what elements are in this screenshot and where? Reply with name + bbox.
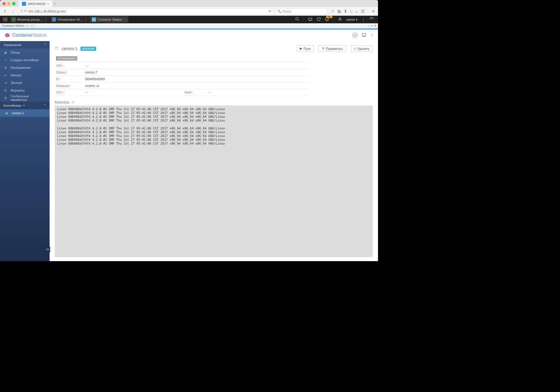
task-label: Монитор ресур… <box>17 18 43 21</box>
task-close-icon[interactable]: × <box>124 18 126 21</box>
svg-rect-2 <box>3 21 8 21</box>
traffic-maximize[interactable] <box>12 2 15 5</box>
task-container-station[interactable]: Container Station × <box>90 16 128 23</box>
detail-label: URL : <box>55 62 84 69</box>
user-menu[interactable]: admin ▾ <box>346 18 358 22</box>
sidebar-item-label: Глобальные параметры <box>10 94 46 101</box>
folder-icon <box>55 46 59 51</box>
docker-badge: DOCKER <box>80 47 96 51</box>
task-label: Container Station <box>97 18 122 21</box>
reader-icon[interactable]: ▥ <box>337 9 341 13</box>
svg-line-4 <box>298 20 299 21</box>
gear-icon: ⚙ <box>4 96 8 100</box>
traffic-minimize[interactable] <box>7 2 10 5</box>
app-title: Container Station <box>2 24 24 27</box>
os-taskbar: Монитор ресур… × Virtualization St… × Co… <box>0 16 378 23</box>
svg-rect-17 <box>55 47 58 49</box>
sidebar-item-create[interactable]: ＋ Создать контейнер <box>0 56 50 64</box>
delete-button[interactable]: × Удалить <box>351 45 373 52</box>
tab-close-icon[interactable]: × <box>47 2 49 6</box>
url-input[interactable]: ⓘ ⛉ 192.168.1.38:8080/cgi-bin/ ⟳ <box>18 8 273 15</box>
status-badge: Остановлено <box>56 56 77 61</box>
task-virtualization[interactable]: Virtualization St… × <box>50 16 89 23</box>
section-label: Контейнеры <box>4 104 22 107</box>
pocket-icon[interactable]: ⌄ <box>355 9 358 13</box>
task-close-icon[interactable]: × <box>85 18 87 21</box>
sidebar-item-overview[interactable]: ◉ Обзор <box>0 49 50 56</box>
start-button[interactable]: ▶ Пуск <box>297 45 314 52</box>
window-minimize-button[interactable]: − <box>368 24 369 27</box>
traffic-close[interactable] <box>2 2 6 5</box>
button-label: Пуск <box>304 47 311 50</box>
sidebar-section-containers[interactable]: Контейнеры ▾ ⌃ <box>0 102 50 109</box>
settings-button[interactable]: ✎ Параметры <box>318 45 346 52</box>
console-heading: Консоль ⤢ <box>55 100 373 104</box>
detail-value: - - <box>84 62 183 69</box>
search-input[interactable]: 🔍 Поиск <box>275 8 328 15</box>
new-tab-button[interactable]: + <box>54 1 56 6</box>
sync-icon[interactable] <box>316 17 321 22</box>
sidebar-section-manage[interactable]: Управление ⌃ <box>0 41 50 49</box>
task-monitor[interactable]: Монитор ресур… × <box>9 16 49 23</box>
nav-back-button[interactable] <box>2 8 8 15</box>
table-row: CPU : - - RAM : - - <box>55 89 309 96</box>
logo-icon <box>4 32 10 38</box>
brand-b: Station <box>32 33 47 38</box>
sidebar-collapse-handle[interactable] <box>46 247 50 252</box>
sidebar-toggle-icon[interactable]: ☰ <box>361 9 365 13</box>
notifications-icon[interactable]: 10+ <box>325 17 329 22</box>
sidebar-item-label: Изображения <box>10 66 31 69</box>
header-more-icon[interactable]: ⋮ <box>370 33 374 37</box>
app-menu-button[interactable] <box>2 16 9 23</box>
site-info-icon[interactable]: ⓘ <box>20 9 23 13</box>
detail-label: Команда : <box>55 82 84 89</box>
images-icon: ⧉ <box>4 66 8 70</box>
sidebar-container-item[interactable]: ▣ centos-1 <box>0 109 50 117</box>
window-maximize-button[interactable]: + <box>371 24 373 27</box>
expand-icon[interactable]: ⤢ <box>72 100 74 104</box>
app-logo[interactable]: ContainerStation <box>4 32 47 38</box>
sidebar-item-logs[interactable]: ☰ Журналы <box>0 87 50 94</box>
logs-icon: ☰ <box>4 89 8 92</box>
home-icon[interactable]: ⌂ <box>350 9 352 13</box>
plus-icon: ＋ <box>4 58 8 62</box>
svg-point-9 <box>327 20 327 20</box>
feedback-icon[interactable] <box>362 33 366 38</box>
browser-menu-icon[interactable]: ≡ <box>372 9 374 13</box>
console-output[interactable]: Linux 688498a5fdfd 4.2.8 #1 SMP Thu Jul … <box>55 106 373 257</box>
language-icon[interactable]: ЯZ <box>352 33 358 38</box>
sidebar-item-preferences[interactable]: ⚙ Глобальные параметры <box>0 94 50 102</box>
sidebar-item-images[interactable]: ⧉ Изображения <box>0 64 50 71</box>
svg-rect-15 <box>46 249 49 250</box>
security-icon: ⛉ <box>24 10 27 13</box>
svg-rect-16 <box>46 250 49 250</box>
nav-forward-button[interactable] <box>10 8 16 15</box>
os-search-icon[interactable] <box>295 17 300 22</box>
reload-icon[interactable]: ⟳ <box>269 9 271 13</box>
dashboard-icon[interactable] <box>369 17 374 22</box>
window-close-button[interactable]: × <box>374 24 376 27</box>
sidebar-item-export[interactable]: ⇥ Экспорт <box>0 79 50 87</box>
user-icon[interactable] <box>338 17 342 22</box>
more-icon[interactable]: ⋮ <box>362 17 365 22</box>
task-close-icon[interactable]: × <box>45 18 47 21</box>
detail-label: ID : <box>55 76 84 82</box>
virt-app-icon <box>52 17 56 22</box>
search-placeholder: Поиск <box>282 10 291 13</box>
chevron-down-icon: ▾ <box>356 18 358 22</box>
bookmark-icon[interactable]: ☆ <box>331 9 335 13</box>
svg-line-11 <box>372 18 372 19</box>
detail-value: uname -a <box>84 82 183 89</box>
svg-rect-1 <box>3 19 8 20</box>
download-icon[interactable]: ⬇ <box>344 9 347 13</box>
sidebar: Управление ⌃ ◉ Обзор ＋ Создать контейнер… <box>0 41 50 261</box>
svg-rect-0 <box>3 18 8 18</box>
table-row: ID : 688498a5fdfd <box>55 76 309 82</box>
sidebar-item-import[interactable]: ⇤ Импорт <box>0 71 50 79</box>
monitor-app-icon <box>12 17 16 22</box>
chevron-up-icon: ⌃ <box>43 43 46 47</box>
devices-icon[interactable] <box>308 17 312 22</box>
browser-tab-bar: NASF6A025 × + <box>0 0 378 7</box>
browser-tab[interactable]: NASF6A025 × <box>19 1 52 7</box>
overview-icon: ◉ <box>4 51 8 55</box>
